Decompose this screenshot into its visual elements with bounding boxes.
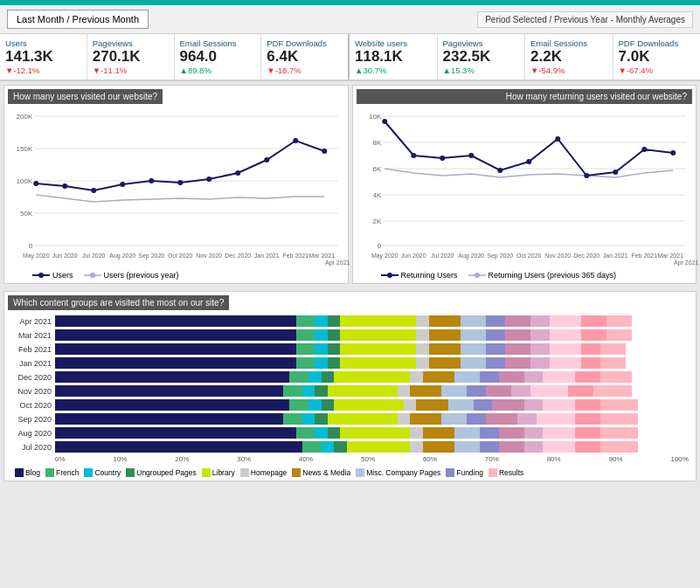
svg-point-20 xyxy=(322,149,327,154)
bar-x-axis: 0% 10% 20% 30% 40% 50% 60% 70% 80% 90% 1… xyxy=(55,455,689,463)
svg-text:May 2020: May 2020 xyxy=(371,252,398,259)
bar-label: Dec 2020 xyxy=(11,373,55,382)
right-chart-legend: Returning Users Returning Users (previou… xyxy=(357,271,693,280)
bar-label: Feb 2021 xyxy=(11,345,55,354)
svg-text:Nov 2020: Nov 2020 xyxy=(544,252,571,259)
svg-point-18 xyxy=(264,157,269,163)
metric-label: Website users xyxy=(355,38,432,48)
bar-container xyxy=(55,413,689,425)
bar-row: Mar 2021 xyxy=(11,329,689,341)
header-row: Last Month / Previous Month Period Selec… xyxy=(0,5,700,34)
bar-row: Nov 2020 xyxy=(11,385,689,397)
svg-text:50K: 50K xyxy=(20,210,33,218)
svg-text:0: 0 xyxy=(29,242,33,250)
bar-label: Apr 2021 xyxy=(11,317,55,326)
svg-point-19 xyxy=(293,138,298,143)
svg-point-12 xyxy=(91,188,96,193)
svg-text:Apr 2021: Apr 2021 xyxy=(325,259,350,266)
bar-container xyxy=(55,399,689,411)
bar-label: Jul 2020 xyxy=(11,443,55,452)
bar-container xyxy=(55,357,689,369)
svg-text:Jul 2020: Jul 2020 xyxy=(82,252,106,259)
left-chart-legend: Users Users (previous year) xyxy=(8,271,344,280)
bar-container xyxy=(55,371,689,383)
legend-news: News & Media xyxy=(292,468,350,477)
bar-label: Nov 2020 xyxy=(11,387,55,396)
svg-text:0: 0 xyxy=(377,242,381,250)
bar-label: Aug 2020 xyxy=(11,429,55,438)
bar-container xyxy=(55,385,689,397)
svg-text:Mar 2021: Mar 2021 xyxy=(657,252,683,259)
legend-homepage: Homepage xyxy=(240,468,288,477)
metric-label: Users xyxy=(5,38,81,48)
metric-website-users: Website users 118.1K ▲30.7% xyxy=(350,34,438,80)
bar-section: Which content groups are visited the mos… xyxy=(3,291,697,481)
svg-text:8K: 8K xyxy=(372,139,381,147)
svg-text:May 2020: May 2020 xyxy=(23,252,50,259)
metric-change: ▼-18.7% xyxy=(267,66,343,75)
metric-pdf-r: PDF Downloads 7.0K ▼-67.4% xyxy=(613,34,701,80)
legend-users: Users xyxy=(32,271,73,280)
svg-text:10K: 10K xyxy=(369,113,382,121)
svg-point-52 xyxy=(468,153,474,158)
bar-legend: Blog French Country Ungrouped Pages Libr… xyxy=(11,468,689,477)
svg-point-13 xyxy=(120,182,125,187)
svg-point-53 xyxy=(497,168,502,173)
svg-text:Oct 2020: Oct 2020 xyxy=(168,252,193,259)
svg-point-16 xyxy=(206,176,211,182)
svg-point-57 xyxy=(613,169,618,175)
bar-row: Sep 2020 xyxy=(11,413,689,425)
metric-pdf-l: PDF Downloads 6.4K ▼-18.7% xyxy=(261,34,348,80)
bar-row: Dec 2020 xyxy=(11,371,689,383)
svg-point-75 xyxy=(475,273,480,278)
svg-point-15 xyxy=(177,180,183,185)
metric-value: 6.4K xyxy=(267,48,343,66)
legend-french: French xyxy=(45,468,79,477)
svg-text:6K: 6K xyxy=(372,165,381,173)
bar-container xyxy=(55,441,689,453)
svg-text:Jan 2021: Jan 2021 xyxy=(602,252,627,259)
metric-change: ▼-54.9% xyxy=(530,66,607,75)
svg-point-17 xyxy=(235,170,240,176)
metric-change: ▼-11.1% xyxy=(93,66,169,75)
metrics-right: Website users 118.1K ▲30.7% Pageviews 23… xyxy=(350,34,700,80)
metric-email-r: Email Sessions 2.2K ▼-54.9% xyxy=(525,34,613,80)
svg-point-14 xyxy=(149,178,154,183)
bar-row: Jan 2021 xyxy=(11,357,689,369)
svg-point-50 xyxy=(411,153,416,158)
left-chart-area: 200K 150K 100K 50K 0 xyxy=(8,107,344,269)
svg-text:Dec 2020: Dec 2020 xyxy=(225,252,251,259)
metric-value: 964.0 xyxy=(180,48,256,66)
svg-text:Jun 2020: Jun 2020 xyxy=(400,252,426,259)
bar-container xyxy=(55,343,689,355)
legend-returning: Returning Users xyxy=(381,271,458,280)
metrics-wrapper: Users 141.3K ▼-12.1% Pageviews 270.1K ▼-… xyxy=(0,34,700,81)
metric-label: Pageviews xyxy=(443,38,520,48)
bar-container xyxy=(55,427,689,439)
right-chart-svg: 10K 8K 6K 4K 2K 0 xyxy=(357,107,693,269)
svg-text:Jul 2020: Jul 2020 xyxy=(431,252,454,259)
metric-change: ▲15.3% xyxy=(443,66,520,75)
svg-point-51 xyxy=(440,156,445,161)
metric-value: 7.0K xyxy=(619,48,696,66)
metric-users: Users 141.3K ▼-12.1% xyxy=(0,34,87,80)
svg-text:Jan 2021: Jan 2021 xyxy=(254,252,280,259)
svg-text:Mar 2021: Mar 2021 xyxy=(308,252,335,259)
svg-point-34 xyxy=(38,273,44,278)
metric-label: PDF Downloads xyxy=(619,38,696,48)
bar-container xyxy=(55,329,689,341)
period-button[interactable]: Last Month / Previous Month xyxy=(7,10,149,29)
svg-point-73 xyxy=(387,273,392,278)
bar-section-title: Which content groups are visited the mos… xyxy=(8,295,229,310)
bar-row: Oct 2020 xyxy=(11,399,689,411)
svg-text:Oct 2020: Oct 2020 xyxy=(516,252,542,259)
svg-point-58 xyxy=(641,147,647,152)
right-chart-area: 10K 8K 6K 4K 2K 0 xyxy=(357,107,693,269)
left-chart-panel: How many users visited our website? 200K… xyxy=(3,85,349,284)
svg-point-36 xyxy=(90,273,95,278)
metric-change: ▼-67.4% xyxy=(619,66,696,75)
bar-row: Feb 2021 xyxy=(11,343,689,355)
legend-misc: Misc. Company Pages xyxy=(356,468,440,477)
metric-value: 270.1K xyxy=(93,48,169,66)
metrics-left: Users 141.3K ▼-12.1% Pageviews 270.1K ▼-… xyxy=(0,34,350,80)
